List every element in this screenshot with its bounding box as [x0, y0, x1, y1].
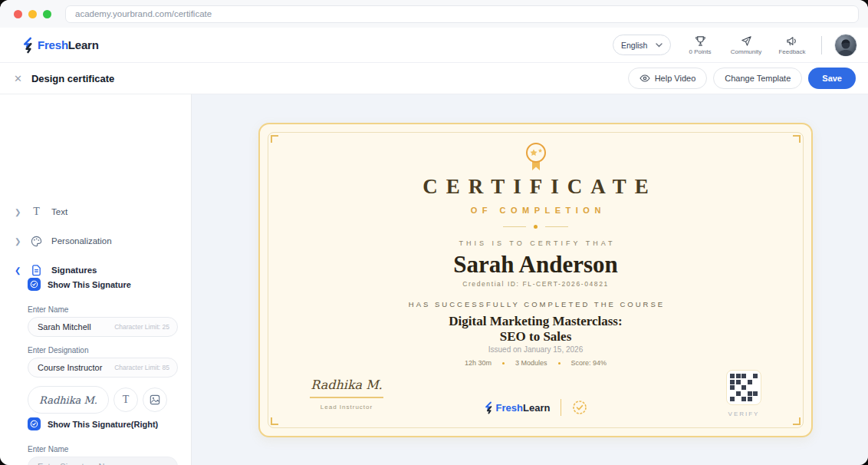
sidebar: ❯ T Text ❯ Personalization ❮ Signatures …	[0, 94, 192, 465]
sidebar-item-text[interactable]: ❯ T Text	[0, 204, 191, 219]
image-icon	[150, 394, 160, 405]
medal-icon	[260, 141, 811, 176]
corner-ornament	[793, 417, 801, 425]
community-label: Community	[731, 48, 761, 55]
minimize-window-button[interactable]	[28, 10, 37, 18]
sidebar-personalization-label: Personalization	[51, 236, 112, 246]
name-char-limit: Character Limit: 25	[114, 323, 169, 331]
certificate-divider	[260, 225, 811, 229]
close-window-button[interactable]	[14, 10, 22, 18]
issued-date: Issued on January 15, 2026	[260, 345, 811, 354]
checkbox-checked-icon	[28, 417, 41, 430]
close-icon[interactable]: ✕	[14, 74, 22, 84]
dot-separator	[502, 362, 505, 364]
verified-seal-icon	[572, 400, 587, 415]
window-controls	[14, 10, 51, 18]
freshlearn-logo-icon	[484, 401, 493, 414]
credential-id: Credential ID: FL-CERT-2026-04821	[260, 280, 811, 288]
send-icon	[741, 35, 752, 47]
points-label: 0 Points	[689, 48, 712, 55]
chevron-down-icon	[656, 43, 663, 48]
completed-line: HAS SUCCESSFULLY COMPLETED THE COURSE	[260, 300, 811, 308]
points-button[interactable]: 0 Points	[683, 35, 717, 55]
change-template-button[interactable]: Change Template	[713, 68, 802, 89]
community-button[interactable]: Community	[729, 35, 763, 55]
page-title: Design certificate	[31, 73, 114, 84]
help-video-button[interactable]: Help Video	[628, 68, 708, 89]
certificate-canvas: CERTIFICATE OF COMPLETION THIS IS TO CER…	[192, 94, 868, 465]
app-header: FreshLearn English 0 Points Com	[0, 28, 868, 63]
chevron-down-icon: ❮	[15, 266, 22, 275]
dot-separator	[558, 362, 561, 364]
corner-ornament	[271, 417, 278, 425]
user-avatar[interactable]	[834, 34, 857, 57]
course-meta-row: 12h 30m 3 Modules Score: 94%	[260, 359, 811, 367]
certificate-title: CERTIFICATE	[260, 175, 811, 199]
language-select[interactable]: English	[613, 35, 671, 55]
meta-modules: 3 Modules	[515, 359, 547, 367]
signature-image-mode-button[interactable]	[143, 388, 167, 412]
palette-icon	[30, 236, 43, 247]
chevron-right-icon: ❯	[15, 208, 22, 216]
feedback-label: Feedback	[778, 48, 805, 55]
designation-char-limit: Character Limit: 85	[114, 364, 169, 371]
certificate-brand-logo: FreshLearn	[484, 401, 551, 414]
sidebar-item-signatures[interactable]: ❮ Signatures	[0, 262, 191, 278]
signature-designation-field[interactable]: Character Limit: 85	[28, 358, 178, 378]
help-video-label: Help Video	[655, 74, 696, 83]
certificate-signature-name: Radhika M.	[297, 378, 396, 392]
verify-label: VERIFY	[721, 411, 767, 417]
signature-underline	[310, 397, 383, 398]
signature-name-input[interactable]	[38, 322, 114, 331]
verify-qr-block[interactable]: VERIFY	[721, 370, 767, 417]
url-bar[interactable]: academy.yourbrand.com/certificate	[65, 5, 859, 23]
save-button[interactable]: Save	[808, 68, 856, 89]
feedback-button[interactable]: Feedback	[775, 35, 809, 55]
show-signature-left-label: Show This Signature	[48, 280, 131, 289]
sidebar-item-personalization[interactable]: ❯ Personalization	[0, 233, 191, 249]
signature-name-field[interactable]: Character Limit: 25	[28, 317, 178, 337]
language-value: English	[621, 41, 647, 50]
maximize-window-button[interactable]	[43, 10, 51, 18]
document-icon	[30, 265, 43, 276]
app-window: academy.yourbrand.com/certificate FreshL…	[0, 0, 868, 465]
certificate-subtitle: OF COMPLETION	[260, 206, 811, 215]
meta-duration: 12h 30m	[465, 359, 492, 367]
sidebar-text-label: Text	[51, 207, 67, 216]
freshlearn-logo-icon	[21, 37, 34, 54]
right-enter-name-label: Enter Name	[28, 445, 68, 453]
trophy-icon	[695, 35, 706, 47]
toolbar-actions: Help Video Change Template Save	[628, 68, 856, 89]
signature-designation-input[interactable]	[38, 363, 114, 372]
brand-divider	[561, 399, 561, 416]
signature-text-mode-button[interactable]: T	[113, 388, 138, 412]
avatar-photo	[836, 38, 856, 56]
qr-grid	[730, 374, 758, 401]
course-title-line1: Digital Marketing Masterclass:	[260, 314, 811, 329]
brand-text: FreshLearn	[496, 402, 551, 414]
signature-preview-button[interactable]: Radhika M.	[28, 386, 109, 414]
megaphone-icon	[786, 35, 798, 47]
right-signature-name-input[interactable]	[38, 462, 169, 465]
change-template-label: Change Template	[725, 74, 791, 83]
text-icon: T	[30, 206, 43, 218]
enter-name-label: Enter Name	[28, 305, 68, 314]
recipient-name: Sarah Anderson	[260, 251, 811, 279]
chevron-right-icon: ❯	[15, 237, 22, 246]
show-signature-left-toggle[interactable]: Show This Signature	[28, 278, 131, 291]
url-text: academy.yourbrand.com/certificate	[75, 9, 212, 18]
certify-line: THIS IS TO CERTIFY THAT	[260, 239, 811, 247]
show-signature-right-toggle[interactable]: Show This Signature(Right)	[28, 417, 158, 430]
freshlearn-logo[interactable]: FreshLearn	[21, 37, 99, 54]
meta-score: Score: 94%	[571, 359, 607, 367]
signature-preview-text: Radhika M.	[39, 394, 97, 406]
sidebar-signatures-label: Signatures	[51, 265, 97, 275]
eye-icon	[639, 74, 650, 82]
right-signature-name-field[interactable]	[28, 457, 178, 465]
course-title-line2: SEO to Sales	[260, 329, 811, 345]
browser-chrome: academy.yourbrand.com/certificate	[0, 0, 868, 28]
qr-code	[726, 370, 761, 405]
checkbox-checked-icon	[28, 278, 41, 291]
show-signature-right-label: Show This Signature(Right)	[48, 420, 158, 429]
certificate-preview[interactable]: CERTIFICATE OF COMPLETION THIS IS TO CER…	[258, 123, 813, 437]
